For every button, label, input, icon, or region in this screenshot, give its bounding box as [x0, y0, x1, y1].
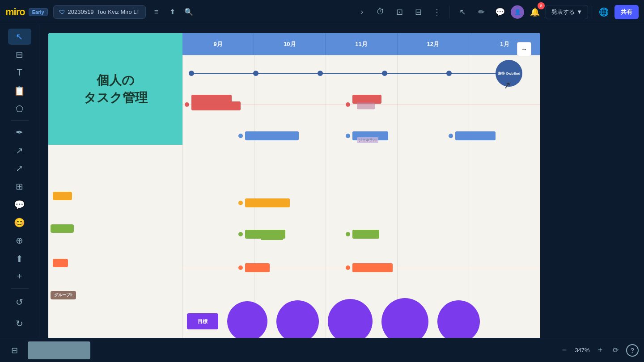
- timeline-dot-3: [382, 71, 387, 76]
- circle-2: [276, 300, 319, 338]
- forward-icon[interactable]: ›: [354, 4, 370, 20]
- board-thumbnail: [28, 341, 90, 359]
- zoom-controls: − 347% + ⟳ ?: [558, 344, 639, 357]
- month-sep: 9月: [182, 33, 254, 55]
- tool-text[interactable]: T: [8, 65, 31, 81]
- nav-arrow-button[interactable]: →: [517, 42, 531, 56]
- notification-bell[interactable]: 🔔 8: [527, 4, 543, 20]
- comment-icon[interactable]: ✏: [473, 4, 489, 20]
- timeline-dot-1: [253, 71, 258, 76]
- left-sidebar: ↖ ⊟ T 📋 ⬠ ✒ ↗ ⤢ ⊞ 💬 😊 ⊕ ⬆ + ↺ ↻: [0, 24, 39, 338]
- tool-add[interactable]: +: [8, 269, 31, 285]
- month-dec: 12月: [398, 33, 469, 55]
- tool-table[interactable]: ⊞: [8, 178, 31, 194]
- tool-select[interactable]: ↖: [8, 29, 31, 45]
- sidebar-divider-2: [11, 288, 29, 289]
- tool-chat[interactable]: 💬: [8, 197, 31, 213]
- language-icon[interactable]: 🌐: [596, 4, 612, 20]
- timeline-dot-0: [189, 71, 194, 76]
- gantt-row-orange: [182, 189, 540, 216]
- notification-count: 8: [538, 2, 545, 9]
- sidebar-divider-1: [11, 120, 29, 121]
- frame-icon[interactable]: ⊡: [391, 4, 407, 20]
- board-title: 個人のタスク管理: [84, 72, 148, 106]
- month-nov: 11月: [326, 33, 397, 55]
- cursor-tool-icon[interactable]: ↖: [454, 4, 470, 20]
- zoom-level-display: 347%: [573, 347, 591, 354]
- tool-undo[interactable]: ↺: [8, 292, 31, 312]
- teal-header-note: 個人のタスク管理: [48, 33, 182, 145]
- share-button[interactable]: 共有: [614, 5, 639, 19]
- present-button[interactable]: 発表する ▼: [546, 5, 588, 19]
- gantt-row-coral: [182, 254, 540, 281]
- menu-icon[interactable]: ≡: [149, 5, 164, 19]
- month-headers: 9月 10月 11月 12月 1月: [182, 33, 540, 55]
- gantt-row-1: [182, 91, 540, 118]
- tool-shapes[interactable]: ⬠: [8, 101, 31, 117]
- tag-label-green: [51, 224, 74, 233]
- coral-row-tag: [53, 259, 68, 267]
- reactions-icon[interactable]: 💬: [492, 4, 508, 20]
- file-info[interactable]: 🛡 20230519_Too Kviz Miro LT: [53, 5, 146, 19]
- zoom-in-button[interactable]: +: [594, 344, 606, 357]
- filename-label: 20230519_Too Kviz Miro LT: [68, 8, 140, 15]
- tool-layout[interactable]: ⊕: [8, 232, 31, 248]
- orange-row-tag: [53, 192, 72, 200]
- miro-logo: miro: [5, 6, 25, 18]
- tool-sticky[interactable]: 📋: [8, 83, 31, 99]
- circle-4: [381, 298, 428, 338]
- panel-toggle-button[interactable]: ⊟: [5, 342, 23, 358]
- sidebar-bottom: ↺ ↻: [8, 286, 31, 333]
- tool-upload[interactable]: ⬆: [8, 250, 31, 266]
- help-button[interactable]: ?: [626, 344, 639, 357]
- grid-icon[interactable]: ⊟: [410, 4, 426, 20]
- zoom-out-button[interactable]: −: [558, 344, 571, 357]
- tag-label-brown: グループ2: [51, 291, 76, 299]
- circle-1: [227, 301, 267, 338]
- timeline-dot-4: [446, 71, 452, 76]
- green-row-tag: [51, 224, 74, 233]
- canvas-area[interactable]: 個人のタスク管理 9月 10月 11月 12月 1月: [39, 24, 644, 338]
- month-oct: 10月: [254, 33, 326, 55]
- tag-label-orange: [53, 192, 72, 200]
- timeline-row: 進捗 OwbEnd: [182, 55, 540, 91]
- toolbar-icons: ≡ ⬆ 🔍: [149, 5, 196, 19]
- goal-label-tag: 目標: [187, 313, 218, 329]
- circle-3: [328, 299, 373, 338]
- tool-arrow[interactable]: ↗: [8, 143, 31, 159]
- more-icon[interactable]: ⋮: [429, 4, 445, 20]
- circles-row: 目標: [182, 297, 540, 338]
- tool-redo[interactable]: ↻: [8, 314, 31, 333]
- timeline-dot-2: [318, 71, 323, 76]
- share-upload-icon[interactable]: ⬆: [165, 5, 180, 19]
- search-icon[interactable]: 🔍: [182, 5, 196, 19]
- logo-area: miro Early: [5, 6, 48, 18]
- timer-icon[interactable]: ⏱: [373, 4, 389, 20]
- early-badge: Early: [29, 8, 48, 16]
- history-button[interactable]: ⟳: [609, 344, 622, 357]
- board-frame: 個人のタスク管理 9月 10月 11月 12月 1月: [48, 33, 540, 338]
- top-toolbar: miro Early 🛡 20230519_Too Kviz Miro LT ≡…: [0, 0, 644, 24]
- shield-icon: 🛡: [59, 8, 65, 16]
- gantt-row-green: [182, 221, 540, 248]
- timeline-line: [191, 73, 504, 74]
- tool-connector[interactable]: ⤢: [8, 160, 31, 177]
- tool-emoji[interactable]: 😊: [8, 215, 31, 231]
- gantt-row-2: ジェネラル: [182, 122, 540, 149]
- circle-5: [437, 300, 480, 338]
- tool-frame[interactable]: ⊟: [8, 46, 31, 63]
- tag-label-coral: [53, 259, 68, 267]
- bottom-bar: ⊟ − 347% + ⟳ ?: [0, 338, 644, 362]
- user-avatar: 👤: [511, 5, 524, 19]
- tool-pen[interactable]: ✒: [8, 124, 31, 140]
- toolbar-right: › ⏱ ⊡ ⊟ ⋮ ↖ ✏ 💬 👤 🔔 8 発表する ▼ 🌐 共有: [354, 4, 639, 20]
- bar-note-2: ジェネラル: [357, 137, 378, 143]
- brown-row-tag: グループ2: [51, 291, 76, 299]
